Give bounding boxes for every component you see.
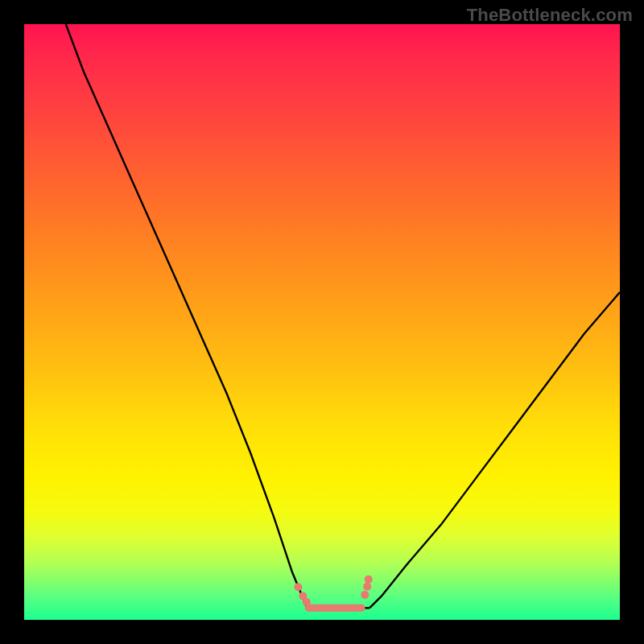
right-curve — [369, 292, 620, 608]
left-curve — [66, 24, 308, 608]
marker-dot — [365, 576, 373, 584]
marker-dot — [361, 591, 369, 599]
chart-frame: TheBottleneck.com — [0, 0, 644, 644]
highlight-markers — [294, 576, 372, 609]
marker-dot — [363, 583, 371, 591]
plot-area — [24, 24, 620, 620]
marker-dot — [294, 583, 302, 591]
curve-layer — [24, 24, 620, 620]
watermark-text: TheBottleneck.com — [467, 5, 633, 26]
